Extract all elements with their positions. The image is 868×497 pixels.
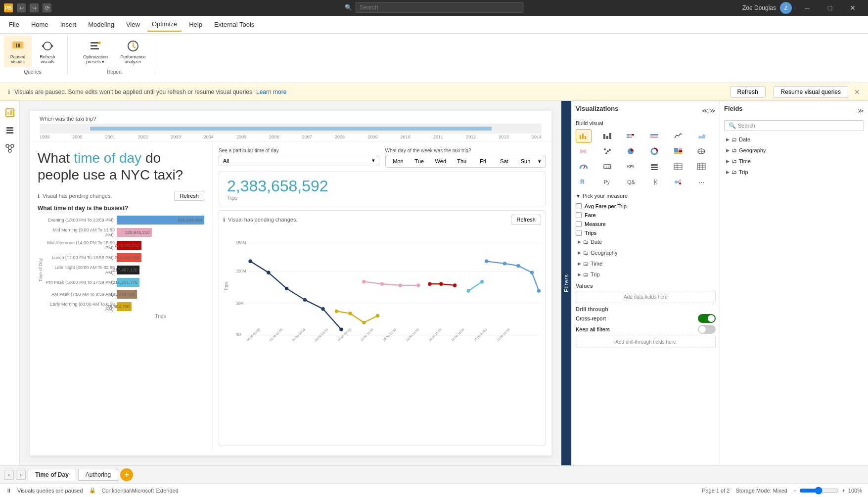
undo-icon[interactable]: ↩: [17, 3, 26, 12]
fields-date-header[interactable]: ▶ 🗂 Date: [724, 135, 864, 144]
dow-chevron: ▾: [538, 158, 541, 165]
check-trips[interactable]: Trips: [576, 228, 716, 237]
viz-qna-icon[interactable]: Q&: [623, 175, 639, 189]
checkbox-avg-fare: [576, 203, 582, 209]
add-tab-btn[interactable]: +: [120, 468, 133, 481]
refresh-visuals-btn[interactable]: Refreshvisuals: [34, 36, 61, 67]
notice-close-icon[interactable]: ✕: [852, 88, 860, 96]
menu-external-tools[interactable]: External Tools: [209, 18, 259, 31]
close-btn[interactable]: ✕: [841, 0, 864, 16]
viz-card-icon[interactable]: 123: [599, 160, 615, 174]
bar-label-midafternoon: Mid Afternoon (14:00 PM To 15:59 PM):: [46, 240, 115, 250]
cross-report-toggle[interactable]: [698, 314, 716, 323]
zoom-minus-icon[interactable]: −: [793, 488, 796, 494]
svg-rect-11: [6, 109, 14, 117]
refresh-queries-btn[interactable]: Refresh: [730, 86, 766, 98]
add-data-fields-box[interactable]: Add data fields here: [576, 291, 716, 303]
viz-kpi-icon[interactable]: KPI: [623, 160, 639, 174]
refresh-left-btn[interactable]: Refresh: [174, 191, 204, 201]
resume-visual-queries-btn[interactable]: Resume visual queries: [774, 86, 848, 98]
check-fare[interactable]: Fare: [576, 211, 716, 220]
viz-slicer-icon[interactable]: [646, 160, 662, 174]
menu-file[interactable]: File: [4, 18, 24, 31]
menu-modeling[interactable]: Modeling: [83, 18, 119, 31]
title-search-input[interactable]: [355, 2, 523, 13]
learn-more-link[interactable]: Learn more: [256, 89, 286, 95]
maximize-btn[interactable]: □: [819, 0, 841, 16]
redo-icon[interactable]: ↪: [30, 3, 39, 12]
viz-treemap-icon[interactable]: [670, 144, 686, 158]
viz-bar-chart-icon[interactable]: [576, 129, 592, 143]
refresh-line-btn[interactable]: Refresh: [511, 215, 541, 225]
zoom-slider[interactable]: [799, 487, 839, 495]
sidebar-data-icon[interactable]: [2, 123, 18, 138]
add-drill-fields-box[interactable]: Add drill-through fields here: [576, 336, 716, 348]
zoom-plus-icon[interactable]: +: [842, 488, 845, 494]
sidebar-model-icon[interactable]: [2, 140, 18, 156]
menu-optimize[interactable]: Optimize: [147, 17, 182, 32]
check-avg-fare[interactable]: Avg Fare per Trip: [576, 202, 716, 211]
dow-sun[interactable]: Sun: [517, 157, 534, 165]
viz-matrix-icon[interactable]: [693, 160, 709, 174]
viz-decomp-icon[interactable]: [646, 175, 662, 189]
viz-area-chart-icon[interactable]: [693, 129, 709, 143]
trip-group-header[interactable]: ▶ 🗂 Trip: [576, 270, 716, 279]
viz-key-influencers-icon[interactable]: [670, 175, 686, 189]
fields-time-header[interactable]: ▶ 🗂 Time: [724, 157, 864, 166]
bar-fill-evening: 826,294,084: [117, 216, 204, 225]
expand-right-icon[interactable]: ≫: [709, 107, 716, 114]
menu-help[interactable]: Help: [184, 18, 207, 31]
dow-bar: Mon Tue Wed Thu Fri Sat Sun ▾: [385, 155, 546, 168]
time-group-header[interactable]: ▶ 🗂 Time: [576, 259, 716, 268]
viz-more-icon[interactable]: ···: [693, 175, 709, 189]
filters-side-panel[interactable]: Filters: [561, 101, 571, 465]
viz-r-icon[interactable]: R: [576, 175, 592, 189]
date-group-header[interactable]: ▶ 🗂 Date: [576, 237, 716, 246]
dow-tue[interactable]: Tue: [411, 157, 428, 165]
viz-python-icon[interactable]: Py: [599, 175, 615, 189]
fields-search-input[interactable]: [738, 123, 860, 129]
viz-donut-icon[interactable]: [646, 144, 662, 158]
viz-line-chart-icon[interactable]: [670, 129, 686, 143]
viz-map-icon[interactable]: [693, 144, 709, 158]
timeline-bar[interactable]: [40, 124, 542, 134]
sidebar-report-icon[interactable]: [2, 105, 18, 121]
cross-report-knob: [708, 315, 715, 322]
check-measure[interactable]: Measure: [576, 220, 716, 228]
menu-home[interactable]: Home: [26, 18, 53, 31]
dow-thu[interactable]: Thu: [453, 157, 470, 165]
viz-table-icon[interactable]: [670, 160, 686, 174]
viz-ribbon-icon[interactable]: [576, 144, 592, 158]
expand-left-icon[interactable]: ≪: [702, 107, 708, 114]
keep-filters-toggle[interactable]: [698, 325, 716, 334]
performance-analyzer-btn[interactable]: Performanceanalyzer: [115, 36, 151, 67]
viz-scatter-icon[interactable]: [599, 144, 615, 158]
fields-trip-header[interactable]: ▶ 🗂 Trip: [724, 168, 864, 177]
viz-100pct-bar-icon[interactable]: [646, 129, 662, 143]
viz-gauge-icon[interactable]: [576, 160, 592, 174]
dow-sat[interactable]: Sat: [496, 157, 513, 165]
fields-geography-header[interactable]: ▶ 🗂 Geography: [724, 146, 864, 155]
collapse-icon[interactable]: ▼: [576, 193, 581, 199]
svg-rect-101: [651, 169, 658, 170]
dow-fri[interactable]: Fri: [474, 157, 492, 165]
geography-group-header[interactable]: ▶ 🗂 Geography: [576, 248, 716, 257]
dow-mon[interactable]: Mon: [390, 157, 407, 165]
viz-pie-icon[interactable]: [623, 144, 639, 158]
menu-view[interactable]: View: [121, 18, 145, 31]
refresh-icon[interactable]: ⟳: [43, 3, 51, 12]
viz-column-chart-icon[interactable]: [599, 129, 615, 143]
tab-next-btn[interactable]: ›: [16, 470, 26, 480]
paused-visuals-btn[interactable]: Pausedvisuals: [4, 36, 32, 67]
fields-search-box[interactable]: 🔍: [724, 120, 864, 131]
tab-prev-btn[interactable]: ‹: [4, 470, 14, 480]
tab-authoring[interactable]: Authoring: [78, 469, 118, 481]
minimize-btn[interactable]: ─: [796, 0, 819, 16]
viz-stacked-bar-icon[interactable]: [623, 129, 639, 143]
fields-expand-icon[interactable]: ≫: [858, 107, 864, 114]
dow-wed[interactable]: Wed: [432, 157, 449, 165]
menu-insert[interactable]: Insert: [55, 18, 82, 31]
time-filter-select[interactable]: All ▾: [219, 155, 379, 166]
optimization-presets-btn[interactable]: Optimizationpresets ▾: [78, 36, 113, 67]
tab-time-of-day[interactable]: Time of Day: [28, 469, 76, 481]
